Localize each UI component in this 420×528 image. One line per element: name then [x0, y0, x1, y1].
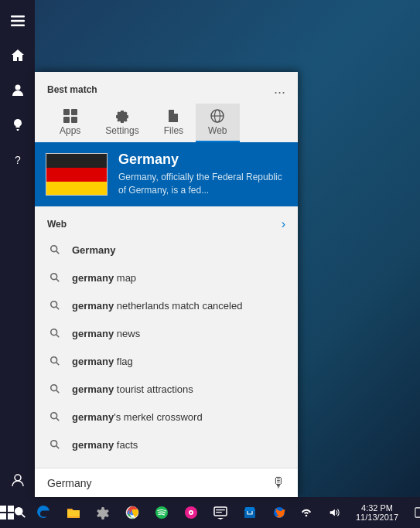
svg-rect-30 [8, 506, 14, 512]
firefox-taskbar-icon[interactable] [265, 497, 294, 528]
groove-taskbar-icon[interactable] [176, 497, 206, 528]
svg-point-27 [51, 441, 57, 447]
search-icon [47, 381, 63, 397]
svg-point-23 [51, 385, 57, 391]
web-arrow-icon[interactable]: › [282, 217, 285, 231]
best-match-result[interactable]: Germany Germany, officially the Federal … [35, 142, 298, 206]
svg-rect-2 [11, 24, 25, 26]
tab-settings[interactable]: Settings [93, 104, 151, 142]
tab-apps-label: Apps [60, 125, 80, 136]
spotify-taskbar-icon[interactable] [147, 497, 176, 528]
taskbar-right: 4:32 PM 11/13/2017 [294, 497, 420, 528]
search-icon [47, 325, 63, 341]
svg-point-21 [51, 357, 57, 363]
svg-point-13 [51, 246, 57, 252]
search-icon [47, 270, 63, 285]
microphone-icon[interactable]: 🎙 [271, 475, 285, 491]
web-section: Web › Germany [35, 206, 298, 465]
best-match-info: Germany Germany, officially the Federal … [118, 152, 287, 197]
best-match-description: Germany, officially the Federal Republic… [118, 171, 287, 197]
svg-point-17 [51, 301, 57, 308]
clock-date: 11/13/2017 [356, 513, 398, 522]
sidebar: ? [0, 0, 35, 497]
list-item[interactable]: germany flag [35, 347, 298, 375]
action-center-icon[interactable] [206, 497, 235, 528]
search-query-text: Germany [47, 477, 271, 489]
question-icon[interactable]: ? [2, 142, 33, 177]
svg-point-25 [51, 413, 57, 419]
svg-line-18 [56, 307, 60, 310]
taskbar-search-button[interactable] [14, 497, 26, 528]
flag-yellow-stripe [46, 182, 107, 196]
person-icon[interactable] [2, 73, 33, 107]
notifications-icon[interactable] [408, 497, 420, 528]
search-icon [47, 242, 63, 257]
chrome-taskbar-icon[interactable] [118, 497, 147, 528]
svg-line-22 [56, 363, 60, 366]
list-item[interactable]: germany news [35, 319, 298, 347]
store-taskbar-icon[interactable] [235, 497, 265, 528]
list-item[interactable]: germany facts [35, 431, 298, 458]
hamburger-icon[interactable] [2, 3, 33, 38]
svg-rect-29 [0, 506, 6, 512]
list-item[interactable]: germany netherlands match canceled [35, 291, 298, 319]
list-item[interactable]: germany's merkel crossword [35, 403, 298, 431]
taskbar-app-icons [29, 497, 294, 528]
svg-rect-0 [11, 15, 25, 18]
svg-rect-32 [8, 513, 14, 519]
svg-rect-1 [11, 19, 25, 22]
svg-point-19 [51, 329, 57, 336]
web-header: Web › [35, 213, 298, 236]
svg-text:?: ? [15, 154, 21, 166]
search-result-tourist: germany tourist attractions [72, 383, 193, 395]
edge-taskbar-icon[interactable] [29, 497, 59, 528]
explorer-taskbar-icon[interactable] [59, 497, 88, 528]
search-icon [47, 353, 63, 369]
taskbar-clock[interactable]: 4:32 PM 11/13/2017 [350, 497, 405, 528]
tab-bar: Apps Settings Files [47, 104, 285, 142]
svg-rect-6 [63, 109, 70, 115]
svg-rect-8 [63, 117, 70, 123]
svg-line-24 [56, 390, 60, 393]
search-box[interactable]: Germany 🎙 [35, 468, 298, 497]
svg-line-26 [56, 418, 60, 421]
svg-line-34 [22, 514, 25, 517]
tab-web[interactable]: Web [196, 104, 239, 142]
svg-point-15 [51, 274, 57, 280]
home-icon[interactable] [2, 38, 33, 73]
search-icon [47, 409, 63, 424]
settings-taskbar-icon[interactable] [88, 497, 118, 528]
list-item[interactable]: germany map [35, 264, 298, 291]
search-icon [47, 437, 63, 452]
menu-header: Best match ... Apps [35, 72, 298, 142]
start-button[interactable] [0, 497, 14, 528]
svg-line-16 [56, 279, 60, 282]
clock-time: 4:32 PM [361, 503, 393, 513]
network-icon[interactable] [294, 497, 319, 528]
tab-files[interactable]: Files [152, 104, 196, 142]
search-result-text: germany flag [72, 356, 133, 367]
volume-icon[interactable] [322, 497, 347, 528]
search-result-text: Germany [72, 244, 115, 256]
svg-point-33 [15, 508, 22, 515]
list-item[interactable]: germany tourist attractions [35, 375, 298, 403]
svg-rect-44 [216, 512, 222, 513]
bulb-icon[interactable] [2, 107, 33, 142]
svg-point-3 [15, 84, 20, 90]
svg-rect-42 [214, 507, 227, 516]
svg-line-28 [56, 446, 60, 449]
list-item[interactable]: Germany [35, 236, 298, 264]
web-label: Web [47, 219, 67, 230]
tab-apps[interactable]: Apps [47, 104, 93, 142]
search-result-text: germany's merkel crossword [72, 411, 203, 423]
svg-point-41 [190, 512, 192, 513]
best-match-title: Germany [118, 152, 287, 168]
user-avatar-icon[interactable] [2, 462, 33, 497]
svg-rect-9 [71, 117, 77, 123]
svg-point-47 [306, 515, 308, 517]
taskbar: 4:32 PM 11/13/2017 [0, 497, 420, 528]
tab-files-label: Files [164, 125, 183, 136]
more-options-button[interactable]: ... [274, 81, 285, 97]
search-result-text: germany facts [72, 439, 138, 451]
search-result-netherlands: germany netherlands match canceled [72, 300, 242, 312]
